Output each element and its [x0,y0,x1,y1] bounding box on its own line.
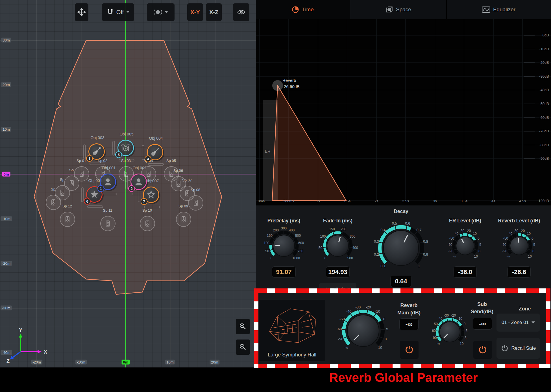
view-xz-button[interactable]: X-Z [206,3,222,21]
reverb-main-value[interactable]: -∞ [399,318,419,330]
svg-text:-10: -10 [375,309,380,314]
recall-safe-button[interactable]: Recall Safe [496,338,540,359]
reverb-node-handle[interactable] [272,80,283,91]
reverb-main-label-line1: Reverb [392,303,426,308]
graph-y-tick: 0dB [533,33,549,37]
reverblevel-value[interactable]: -26.6 [508,266,531,278]
speaker-icon [104,219,112,228]
object-spread-vertical [83,144,86,159]
svg-text:-50: -50 [503,236,508,240]
speaker[interactable] [176,212,191,227]
tab-equalizer[interactable]: Equalizer [446,0,550,19]
spatial-view[interactable]: Sp 01Sp 02Sp 03Sp 04Sp 05Sp 06Sp 07Sp 08… [0,0,256,367]
graph-x-tick: 4s [486,199,501,203]
zone-dropdown[interactable]: 01 - Zone 01 [496,314,540,332]
reverb-main-power-button[interactable] [400,341,419,359]
axis-z-label: Z [6,358,10,363]
svg-text:-60: -60 [337,327,342,331]
svg-text:-90: -90 [338,337,343,341]
svg-text:0.6: 0.6 [405,221,410,225]
graph-y-tick: -30dB [533,74,549,78]
fadein-label: Fade-In (ms) [307,218,369,224]
axis-y-label: Y [19,327,22,333]
svg-text:0: 0 [271,256,273,260]
tab-space-label: Space [396,6,411,13]
snap-magnet-dropdown[interactable]: Off [102,3,134,21]
xz-label: X-Z [209,9,218,16]
reverb-envelope-plot[interactable] [256,19,551,205]
zone-label: Zone [502,306,547,312]
reverb-node-value: -26.60dB [282,84,300,89]
svg-text:-30: -30 [356,305,361,309]
visibility-button[interactable] [233,3,249,21]
decay-value[interactable]: 0.64 [390,276,412,287]
svg-text:10: 10 [528,255,532,259]
svg-text:300: 300 [281,226,287,230]
speaker-label: Sp 08 [184,188,207,192]
tab-time[interactable]: Time [256,0,350,19]
decay-knob[interactable]: 0.10.20.30.40.50.60.70.80.91 [369,216,433,280]
predelay-label: PreDelay (ms) [253,218,315,224]
svg-text:5: 5 [466,329,468,333]
annotation-border-top [254,288,550,293]
move-tool-button[interactable] [75,3,88,21]
star-outline-icon [146,190,156,200]
zoom-in-button[interactable] [236,319,250,334]
object-shape-dropdown[interactable] [147,3,175,21]
zoom-in-icon [239,323,247,330]
guitar-icon [92,146,102,157]
fadein-knob[interactable]: 050100150200300400500 [314,222,361,270]
svg-text:-10: -10 [472,232,477,236]
svg-text:8: 8 [385,337,387,341]
object-number-badge: 2 [128,185,135,192]
svg-text:-10: -10 [526,232,531,236]
object-spread-horizontal [119,159,134,161]
svg-text:-90: -90 [502,249,508,253]
ruler-y-label: -10m [1,216,12,221]
zoom-out-icon [239,343,247,351]
reverb-preset-thumbnail[interactable]: Large Symphony Hall [259,300,325,361]
object-number-badge: 3 [86,155,93,162]
speaker[interactable] [100,216,116,231]
star-icon [89,189,99,200]
graph-x-tick: 0ms [254,199,269,203]
decay-label: Decay [370,209,432,214]
reverblevel-label: Reverb Level (dB) [488,218,550,224]
predelay-value[interactable]: 91.07 [272,266,296,278]
sub-send-label-line2: Send(dB) [465,309,499,315]
clock-icon [292,6,299,13]
svg-text:-60: -60 [431,329,436,333]
axis-gizmo: Y X Z [4,324,52,363]
svg-text:-∞: -∞ [344,345,348,350]
sub-send-power-button[interactable] [473,341,492,359]
drums-icon [121,143,131,153]
sub-send-value[interactable]: -∞ [473,318,492,330]
svg-text:8: 8 [465,336,467,340]
graph-x-tick: 2.5s [398,199,413,203]
predelay-knob[interactable]: 0501001502003004005006007501000 [260,222,308,270]
svg-text:-20: -20 [466,229,471,233]
view-xy-button[interactable]: X-Y [187,3,203,21]
sublevel-knob[interactable]: -∞-90-60-50-40-30-20-1005810 [427,309,473,355]
speaker[interactable] [140,216,155,231]
svg-text:5: 5 [533,243,535,247]
fadein-value[interactable]: 194.93 [326,266,350,278]
svg-text:-10: -10 [458,317,463,321]
sub-send-label-line1: Sub [465,301,499,307]
svg-text:5: 5 [386,327,388,331]
object-label: Obj 003 [85,135,110,140]
speaker-label: Sp 06 [167,168,190,173]
reverblevel-knob[interactable]: -∞-90-60-50-40-30-20-1005810 [498,224,541,267]
graph-y-tick: -50dB [533,102,549,106]
zoom-out-button[interactable] [236,340,250,355]
svg-text:-50: -50 [339,317,345,321]
tab-space[interactable]: Space [350,0,446,19]
svg-text:5: 5 [480,243,482,247]
svg-text:-∞: -∞ [436,342,440,346]
erlevel-value[interactable]: -36.0 [454,266,477,278]
erlevel-knob[interactable]: -∞-90-60-50-40-30-20-1005810 [444,224,487,267]
speaker[interactable] [46,195,61,210]
speaker[interactable] [60,212,75,227]
mainlevel-knob[interactable]: -∞-90-60-50-40-30-20-1005810 [333,301,393,361]
svg-text:600: 600 [298,241,304,245]
